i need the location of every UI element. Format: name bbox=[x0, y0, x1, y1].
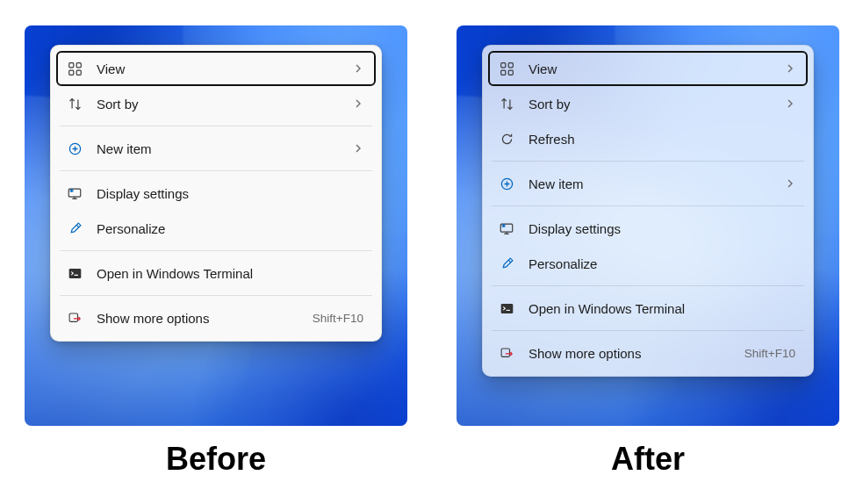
menu-separator bbox=[492, 330, 804, 331]
svg-rect-11 bbox=[500, 70, 505, 75]
svg-rect-17 bbox=[501, 348, 509, 356]
sort-icon bbox=[67, 96, 83, 112]
before-panel: View Sort by New bbox=[25, 25, 407, 426]
menu-item-label: Open in Windows Terminal bbox=[97, 266, 363, 281]
menu-item-open-terminal[interactable]: Open in Windows Terminal bbox=[56, 256, 376, 291]
context-menu-before: View Sort by New bbox=[50, 45, 382, 342]
menu-separator bbox=[492, 205, 804, 206]
menu-separator bbox=[60, 295, 372, 296]
menu-item-show-more[interactable]: Show more options Shift+F10 bbox=[56, 300, 376, 335]
chevron-right-icon bbox=[353, 63, 363, 74]
menu-separator bbox=[60, 126, 372, 126]
chevron-right-icon bbox=[785, 63, 795, 74]
plus-circle-icon bbox=[67, 140, 83, 156]
menu-separator bbox=[492, 161, 804, 162]
caption-before: Before bbox=[25, 441, 407, 478]
menu-separator bbox=[60, 170, 372, 171]
chevron-right-icon bbox=[785, 178, 795, 189]
show-more-icon bbox=[499, 345, 514, 361]
menu-separator bbox=[492, 285, 804, 286]
menu-item-view[interactable]: View bbox=[56, 51, 376, 86]
grid-icon bbox=[499, 61, 514, 76]
menu-item-label: Personalize bbox=[97, 221, 363, 236]
svg-rect-0 bbox=[68, 62, 73, 67]
plus-circle-icon bbox=[499, 176, 514, 191]
chevron-right-icon bbox=[353, 143, 363, 154]
display-settings-icon bbox=[499, 220, 514, 236]
menu-item-sort-by[interactable]: Sort by bbox=[488, 86, 808, 121]
brush-icon bbox=[67, 220, 83, 236]
context-menu-after: View Sort by Refresh bbox=[482, 45, 814, 377]
menu-item-label: Sort by bbox=[97, 97, 339, 112]
menu-item-sort-by[interactable]: Sort by bbox=[56, 86, 376, 121]
menu-item-label: Display settings bbox=[97, 186, 363, 201]
menu-item-label: Show more options bbox=[529, 346, 730, 361]
chevron-right-icon bbox=[353, 98, 363, 109]
caption-after: After bbox=[457, 441, 839, 478]
menu-item-label: Sort by bbox=[529, 97, 771, 112]
show-more-icon bbox=[67, 310, 83, 326]
menu-item-refresh[interactable]: Refresh bbox=[488, 121, 808, 156]
menu-item-new-item[interactable]: New item bbox=[56, 131, 376, 166]
menu-item-accelerator: Shift+F10 bbox=[313, 312, 363, 325]
svg-rect-8 bbox=[69, 313, 77, 320]
svg-rect-2 bbox=[68, 70, 73, 75]
grid-icon bbox=[67, 61, 83, 76]
menu-item-label: Open in Windows Terminal bbox=[529, 301, 795, 316]
svg-rect-12 bbox=[508, 70, 513, 75]
menu-item-label: Show more options bbox=[97, 311, 298, 326]
sort-icon bbox=[499, 96, 514, 112]
terminal-icon bbox=[499, 300, 514, 316]
terminal-icon bbox=[67, 265, 83, 281]
menu-item-display-settings[interactable]: Display settings bbox=[56, 176, 376, 211]
menu-item-show-more[interactable]: Show more options Shift+F10 bbox=[488, 335, 808, 371]
svg-rect-1 bbox=[76, 62, 81, 67]
svg-rect-10 bbox=[508, 62, 513, 67]
refresh-icon bbox=[499, 131, 514, 147]
menu-item-accelerator: Shift+F10 bbox=[744, 347, 795, 360]
menu-item-personalize[interactable]: Personalize bbox=[488, 246, 808, 281]
menu-item-new-item[interactable]: New item bbox=[488, 166, 808, 201]
menu-item-label: Display settings bbox=[529, 221, 795, 236]
menu-item-label: Personalize bbox=[529, 256, 795, 271]
menu-item-label: View bbox=[529, 61, 771, 76]
menu-item-label: New item bbox=[97, 141, 339, 156]
svg-rect-3 bbox=[76, 70, 81, 75]
display-settings-icon bbox=[67, 185, 83, 201]
menu-separator bbox=[60, 250, 372, 251]
svg-rect-7 bbox=[68, 268, 81, 277]
menu-item-display-settings[interactable]: Display settings bbox=[488, 211, 808, 246]
after-panel: View Sort by Refresh bbox=[457, 25, 839, 426]
menu-item-label: New item bbox=[529, 176, 771, 191]
svg-rect-9 bbox=[500, 62, 505, 67]
menu-item-label: View bbox=[97, 61, 339, 76]
chevron-right-icon bbox=[785, 98, 795, 109]
brush-icon bbox=[499, 256, 514, 271]
menu-item-personalize[interactable]: Personalize bbox=[56, 211, 376, 246]
svg-rect-16 bbox=[500, 303, 513, 313]
menu-item-view[interactable]: View bbox=[488, 51, 808, 86]
menu-item-open-terminal[interactable]: Open in Windows Terminal bbox=[488, 291, 808, 326]
menu-item-label: Refresh bbox=[529, 132, 795, 147]
